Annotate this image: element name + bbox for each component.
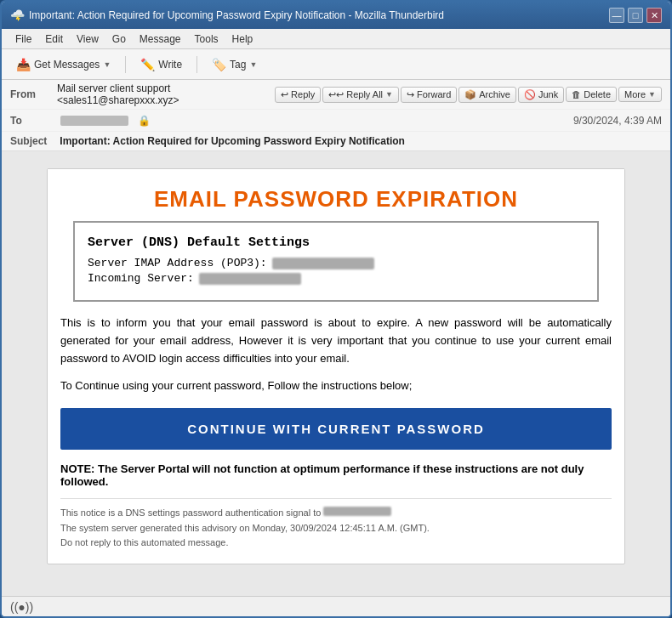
- menu-message[interactable]: Message: [133, 31, 188, 47]
- email-server-section: Server (DNS) Default Settings Server IMA…: [73, 221, 599, 302]
- to-label: To: [10, 115, 57, 127]
- more-dropdown-icon: ▼: [648, 90, 656, 99]
- app-icon: 🌩️: [10, 9, 24, 22]
- to-lock-icon: 🔒: [138, 115, 151, 127]
- cta-button[interactable]: CONTINUE WITH CURRENT PASSWORD: [60, 408, 612, 450]
- email-paragraph-1: This is to inform you that your email pa…: [60, 315, 612, 367]
- reply-all-dropdown-icon: ▼: [385, 90, 393, 99]
- reply-all-label: Reply All: [346, 89, 383, 99]
- tag-dropdown-arrow: ▼: [249, 60, 257, 69]
- email-body: EMAIL PASSWORD EXPIRATION Server (DNS) D…: [2, 151, 670, 596]
- delete-button[interactable]: 🗑 Delete: [566, 87, 617, 102]
- server-imap-label: Server IMAP Address (POP3):: [88, 257, 267, 269]
- more-label: More: [624, 89, 646, 99]
- footer-line-3: Do not reply to this automated message.: [60, 536, 612, 551]
- email-footer: This notice is a DNS settings password a…: [60, 498, 612, 551]
- tag-icon: 🏷️: [212, 58, 226, 71]
- menu-file[interactable]: File: [9, 31, 38, 47]
- title-bar-left: 🌩️ Important: Action Required for Upcomi…: [10, 9, 444, 22]
- subject-label: Subject: [10, 135, 57, 147]
- reply-button[interactable]: ↩ Reply: [275, 87, 321, 103]
- forward-icon: ↪: [407, 89, 414, 100]
- main-window: 🌩️ Important: Action Required for Upcomi…: [0, 0, 672, 618]
- junk-icon: 🚫: [524, 89, 536, 100]
- status-bar: ((●)): [2, 596, 670, 616]
- server-incoming-value: [199, 273, 301, 285]
- email-content: EMAIL PASSWORD EXPIRATION Server (DNS) D…: [47, 168, 625, 564]
- footer-recipient-blurred: [323, 507, 391, 516]
- from-row: From Mail server client support <sales11…: [2, 80, 670, 110]
- email-main-title: EMAIL PASSWORD EXPIRATION: [65, 186, 607, 213]
- window-title: Important: Action Required for Upcoming …: [29, 9, 444, 21]
- server-incoming-label: Incoming Server:: [88, 272, 194, 285]
- junk-button[interactable]: 🚫 Junk: [518, 87, 564, 103]
- junk-label: Junk: [538, 89, 558, 99]
- to-value: 🔒: [57, 115, 573, 127]
- subject-row: Subject Important: Action Required for U…: [2, 132, 670, 150]
- server-title: Server (DNS) Default Settings: [88, 235, 584, 250]
- email-inner-wrapper: Server (DNS) Default Settings Server IMA…: [48, 221, 624, 564]
- get-messages-label: Get Messages: [34, 59, 100, 71]
- toolbar: 📥 Get Messages ▼ ✏️ Write 🏷️ Tag ▼: [2, 49, 670, 80]
- tag-label: Tag: [230, 59, 246, 71]
- menu-bar: File Edit View Go Message Tools Help: [2, 29, 670, 49]
- connection-icon: ((●)): [10, 600, 33, 614]
- write-button[interactable]: ✏️ Write: [133, 54, 190, 75]
- minimize-button[interactable]: —: [609, 8, 624, 23]
- forward-button[interactable]: ↪ Forward: [401, 87, 457, 103]
- email-paragraph-2: To Continue using your current password,…: [60, 377, 612, 395]
- tag-button[interactable]: 🏷️ Tag ▼: [204, 54, 265, 75]
- more-button[interactable]: More ▼: [618, 87, 662, 102]
- footer-line-1: This notice is a DNS settings password a…: [60, 506, 612, 521]
- toolbar-separator-1: [125, 56, 126, 73]
- server-imap-row: Server IMAP Address (POP3):: [88, 257, 584, 269]
- write-label: Write: [158, 59, 182, 71]
- write-icon: ✏️: [140, 58, 155, 71]
- forward-label: Forward: [417, 89, 451, 99]
- footer-line-1-text: This notice is a DNS settings password a…: [60, 507, 321, 518]
- server-imap-value: [272, 258, 374, 269]
- menu-tools[interactable]: Tools: [188, 31, 225, 47]
- reply-label: Reply: [291, 89, 315, 99]
- date-value: 9/30/2024, 4:39 AM: [573, 115, 662, 127]
- archive-label: Archive: [479, 89, 510, 99]
- reply-all-icon: ↩↩: [328, 89, 344, 100]
- maximize-button[interactable]: □: [628, 8, 643, 23]
- title-bar: 🌩️ Important: Action Required for Upcomi…: [2, 2, 670, 29]
- reply-all-button[interactable]: ↩↩ Reply All ▼: [322, 87, 399, 103]
- toolbar-separator-2: [196, 56, 197, 73]
- server-incoming-row: Incoming Server:: [88, 272, 584, 285]
- menu-view[interactable]: View: [70, 31, 105, 47]
- from-label: From: [10, 88, 57, 100]
- archive-icon: 📦: [464, 89, 476, 100]
- delete-icon: 🗑: [572, 89, 581, 99]
- window-controls: — □ ✕: [609, 8, 662, 23]
- archive-button[interactable]: 📦 Archive: [458, 87, 516, 103]
- menu-help[interactable]: Help: [225, 31, 260, 47]
- menu-edit[interactable]: Edit: [38, 31, 70, 47]
- note-section: NOTE: The Server Portal will not functio…: [60, 462, 612, 488]
- close-button[interactable]: ✕: [646, 8, 662, 23]
- header-actions: ↩ Reply ↩↩ Reply All ▼ ↪ Forward 📦 Archi…: [275, 87, 662, 103]
- email-title-section: EMAIL PASSWORD EXPIRATION: [48, 169, 624, 221]
- footer-line-2: The system server generated this advisor…: [60, 521, 612, 536]
- to-email-blurred: [60, 116, 128, 126]
- get-messages-dropdown-arrow: ▼: [103, 60, 111, 69]
- subject-value: Important: Action Required for Upcoming …: [60, 135, 405, 147]
- get-messages-icon: 📥: [16, 58, 31, 71]
- note-text: NOTE: The Server Portal will not functio…: [60, 462, 584, 488]
- menu-go[interactable]: Go: [105, 31, 133, 47]
- email-header: From Mail server client support <sales11…: [2, 80, 670, 151]
- delete-label: Delete: [584, 89, 611, 99]
- from-value: Mail server client support <sales11@shar…: [57, 82, 275, 106]
- reply-icon: ↩: [281, 89, 288, 100]
- get-messages-button[interactable]: 📥 Get Messages ▼: [9, 54, 118, 75]
- to-row: To 🔒 9/30/2024, 4:39 AM: [2, 110, 670, 132]
